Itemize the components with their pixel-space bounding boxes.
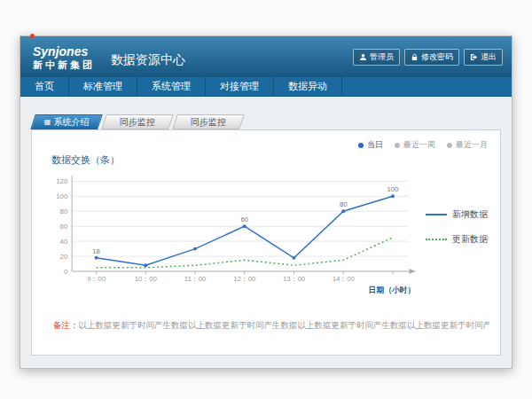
content-area: ▦系统介绍 同步监控 同步监控 当日 最近一周	[20, 97, 512, 368]
app-window: Synjones 新中新集团 数据资源中心 管理员 修改密码 退出 首页 标准管…	[20, 35, 512, 369]
filter-label-last-month: 最近一月	[456, 139, 488, 151]
line-chart: 0204060801001209：0010：0011：0012：0013：001…	[41, 168, 431, 301]
svg-text:100: 100	[56, 192, 68, 200]
app-header: Synjones 新中新集团 数据资源中心 管理员 修改密码 退出	[20, 36, 512, 77]
svg-text:14：00: 14：00	[332, 275, 356, 283]
svg-text:40: 40	[60, 238, 68, 246]
svg-text:60: 60	[240, 215, 248, 223]
logout-button[interactable]: 退出	[464, 49, 503, 66]
filter-label-today: 当日	[367, 139, 383, 151]
series-name-new-data: 新增数据	[452, 208, 488, 221]
change-password-button[interactable]: 修改密码	[404, 49, 459, 66]
footnote-prefix: 备注：	[53, 320, 79, 330]
series-sample	[426, 239, 447, 240]
tab-system-intro[interactable]: ▦系统介绍	[30, 114, 103, 129]
svg-text:13：00: 13：00	[283, 275, 306, 283]
user-icon	[359, 53, 367, 61]
svg-text:11：00: 11：00	[184, 275, 207, 283]
svg-text:0: 0	[64, 268, 68, 276]
grid-icon: ▦	[44, 119, 51, 126]
admin-button-label: 管理员	[370, 51, 394, 63]
admin-button[interactable]: 管理员	[353, 49, 400, 66]
footnote-text: 以上数据更新于时间产生数据以上数据更新于时间产生数据以上数据更新于时间产生数据以…	[79, 320, 490, 330]
header-actions: 管理员 修改密码 退出	[353, 49, 503, 66]
logo-accent-dot	[30, 34, 35, 38]
svg-text:20: 20	[60, 253, 68, 261]
filter-item[interactable]: 最近一月	[447, 139, 488, 151]
svg-text:100: 100	[387, 185, 399, 193]
series-legend: 新增数据 更新数据	[426, 208, 489, 258]
series-name-updated-data: 更新数据	[452, 233, 488, 246]
logout-button-label: 退出	[481, 51, 497, 63]
main-nav: 首页 标准管理 系统管理 对接管理 数据异动	[20, 77, 512, 97]
chart-card: 当日 最近一周 最近一月 数据交换（条） 0204060801001209：00…	[31, 129, 501, 356]
filter-dot	[395, 143, 400, 148]
svg-text:12：00: 12：00	[233, 275, 256, 283]
logo: Synjones 新中新集团	[20, 43, 95, 70]
nav-item-connection-management[interactable]: 对接管理	[206, 77, 274, 96]
change-password-button-label: 修改密码	[421, 51, 453, 63]
lock-icon	[411, 53, 419, 61]
logo-text: Synjones	[33, 45, 88, 59]
svg-text:10：00: 10：00	[135, 275, 158, 283]
filter-dot	[447, 143, 452, 148]
series-sample	[426, 214, 447, 215]
svg-text:60: 60	[60, 223, 68, 231]
tab-sync-monitor-1[interactable]: 同步监控	[101, 114, 174, 129]
filter-item[interactable]: 最近一周	[395, 139, 435, 151]
tab-label: 系统介绍	[53, 116, 89, 129]
legend-row: 新增数据	[426, 208, 489, 221]
svg-text:9：00: 9：00	[87, 275, 106, 283]
logo-company-name: 新中新集团	[33, 59, 95, 70]
tab-label: 同步监控	[191, 116, 226, 129]
svg-text:18: 18	[92, 247, 100, 255]
logout-icon	[470, 53, 478, 61]
nav-item-data-changes[interactable]: 数据异动	[274, 77, 342, 96]
tab-label: 同步监控	[120, 116, 155, 129]
nav-item-home[interactable]: 首页	[20, 77, 69, 96]
app-title: 数据资源中心	[111, 45, 185, 68]
nav-item-system-management[interactable]: 系统管理	[137, 77, 206, 96]
tab-sync-monitor-2[interactable]: 同步监控	[172, 114, 245, 129]
filter-item[interactable]: 当日	[358, 139, 383, 151]
svg-text:80: 80	[340, 200, 348, 208]
svg-text:120: 120	[56, 177, 68, 185]
chart-container: 0204060801001209：0010：0011：0012：0013：001…	[41, 168, 431, 301]
legend-row: 更新数据	[426, 233, 489, 246]
svg-text:80: 80	[60, 207, 68, 215]
tab-bar: ▦系统介绍 同步监控 同步监控	[33, 114, 242, 129]
y-axis-title: 数据交换（条）	[51, 153, 120, 167]
time-filter-legend: 当日 最近一周 最近一月	[358, 139, 488, 151]
nav-item-standard-management[interactable]: 标准管理	[69, 77, 137, 96]
filter-dot	[358, 143, 364, 148]
filter-label-last-week: 最近一周	[403, 139, 435, 151]
svg-text:日期（小时）: 日期（小时）	[369, 286, 416, 294]
footnote: 备注：以上数据更新于时间产生数据以上数据更新于时间产生数据以上数据更新于时间产生…	[53, 320, 489, 332]
